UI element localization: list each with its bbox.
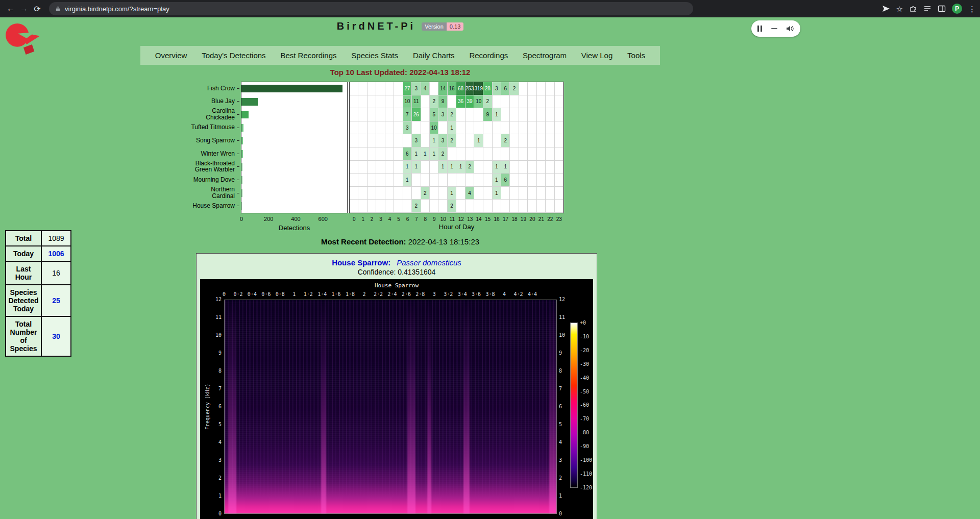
spectrogram-freq-tick: 8 [559, 368, 562, 374]
spectrogram-time-tick: 3·2 [444, 291, 453, 297]
reading-list-icon[interactable] [923, 5, 932, 13]
hour-axis-tick: 23 [556, 216, 562, 222]
lock-icon[interactable] [55, 6, 61, 12]
spectrogram-freq-tick: 12 [207, 296, 222, 302]
nav-item-best-recordings[interactable]: Best Recordings [280, 51, 336, 60]
stat-value[interactable]: 30 [41, 316, 71, 356]
heatmap-cell: 3 [438, 108, 447, 121]
heatmap-cell [394, 134, 403, 147]
most-recent-value: 2022-04-13 18:15:23 [408, 237, 479, 246]
menu-icon[interactable]: ⋮ [968, 5, 976, 13]
heatmap-cell [430, 82, 438, 95]
heatmap-cell [350, 134, 358, 147]
share-icon[interactable] [882, 5, 890, 13]
spectrogram-time-tick: 1 [292, 291, 296, 297]
heatmap-cell [537, 121, 546, 135]
bar [241, 98, 258, 106]
bar [241, 85, 342, 92]
browser-back-button[interactable]: ← [4, 4, 17, 13]
spectrogram-plot [224, 300, 557, 514]
heatmap-cell: 10 [403, 95, 412, 109]
stat-value[interactable]: 25 [41, 285, 71, 316]
heatmap-cell [368, 108, 376, 121]
nav-item-tools[interactable]: Tools [627, 51, 645, 60]
bar-chart [241, 82, 348, 213]
heatmap-cell [555, 200, 564, 213]
hour-axis-tick: 1 [361, 216, 364, 222]
detection-scientific-name[interactable]: Passer domesticus [397, 258, 461, 267]
heatmap-cell [465, 174, 475, 187]
hour-axis-tick: 3 [379, 216, 382, 222]
heatmap-cell: 1 [448, 187, 456, 200]
hour-axis-tick: 4 [388, 216, 391, 222]
nav-item-recordings[interactable]: Recordings [469, 51, 508, 60]
bar [241, 189, 242, 197]
spectrogram-time-tick: 4·4 [528, 291, 537, 297]
heatmap-cell [519, 121, 528, 135]
heatmap-cell [537, 147, 546, 161]
spectrogram-image[interactable]: House Sparrow Frequency (kHz) 00·20·40·6… [200, 279, 593, 519]
hour-axis-tick: 12 [458, 216, 464, 222]
nav-item-daily-charts[interactable]: Daily Charts [413, 51, 455, 60]
spectrogram-freq-tick: 7 [559, 386, 562, 391]
hour-axis-tick: 21 [538, 216, 544, 222]
heatmap-cell [483, 147, 492, 161]
heatmap-cell [456, 121, 465, 135]
nav-item-view-log[interactable]: View Log [581, 51, 612, 60]
stat-value[interactable]: 1006 [41, 246, 71, 261]
heatmap-cell: 1 [430, 147, 438, 161]
side-panel-icon[interactable] [938, 5, 946, 13]
spectrogram-time-tick: 2·8 [415, 291, 425, 297]
heatmap-cell: 2 [483, 95, 492, 109]
pause-button[interactable] [757, 26, 762, 32]
nav-item-overview[interactable]: Overview [155, 51, 187, 60]
heatmap-cell [546, 187, 554, 200]
hour-axis-label: Hour of Day [349, 223, 564, 231]
browser-reload-button[interactable]: ⟳ [31, 4, 44, 14]
extensions-icon[interactable] [909, 5, 917, 13]
spectrogram-freq-tick: 11 [559, 314, 565, 320]
heatmap-cell: 1 [456, 161, 465, 174]
heatmap-cell [448, 95, 456, 109]
heatmap-cell [376, 187, 385, 200]
heatmap-cell: 6 [501, 174, 510, 187]
heatmap-cell [546, 134, 554, 147]
bookmark-star-icon[interactable]: ☆ [896, 5, 903, 13]
spectrogram-time-tick: 3·4 [458, 291, 467, 297]
heatmap-cell [465, 121, 475, 135]
profile-avatar[interactable]: P [952, 4, 962, 14]
species-label: CarolinaChickadee [154, 108, 235, 121]
detection-common-name[interactable]: House Sparrow: [332, 258, 390, 267]
recent-detection-card: House Sparrow:Passer domesticus Confiden… [196, 253, 597, 519]
spectrogram-freq-tick: 4 [559, 439, 562, 445]
nav-bar: OverviewToday's DetectionsBest Recording… [140, 46, 660, 65]
heatmap-cell [385, 108, 394, 121]
heatmap-cell [546, 174, 554, 187]
heatmap-cell [376, 95, 385, 109]
url-bar[interactable]: virginia.birdnetpi.com/?stream=play [49, 2, 693, 15]
heatmap-cell [537, 82, 546, 95]
heatmap-cell [483, 187, 492, 200]
colorbar-db-tick: -110 [580, 471, 592, 477]
heatmap-cell [465, 147, 475, 161]
seek-bar[interactable] [771, 28, 777, 29]
species-label: Black-throatedGreen Warbler [154, 160, 235, 174]
heatmap-cell [483, 121, 492, 135]
bar-row [241, 108, 347, 121]
spectrogram-time-tick: 4·2 [513, 291, 523, 297]
browser-forward-button[interactable]: → [17, 4, 31, 13]
nav-item-today-s-detections[interactable]: Today's Detections [202, 51, 265, 60]
volume-button[interactable] [786, 25, 794, 32]
heatmap-cell: 10 [430, 121, 438, 135]
nav-item-species-stats[interactable]: Species Stats [351, 51, 398, 60]
colorbar-db-tick: -120 [580, 485, 592, 490]
nav-item-spectrogram[interactable]: Spectrogram [523, 51, 567, 60]
heatmap-cell [358, 95, 367, 109]
colorbar-db-tick: -70 [580, 416, 589, 422]
heatmap-cell [350, 108, 358, 121]
stats-row: Species Detected Today25 [6, 285, 71, 316]
heatmap-cell [510, 95, 519, 109]
top10-heading: Top 10 Last Updated: 2022-04-13 18:12 [0, 68, 800, 77]
heatmap-cell [421, 121, 430, 135]
heatmap-cell [350, 82, 358, 95]
